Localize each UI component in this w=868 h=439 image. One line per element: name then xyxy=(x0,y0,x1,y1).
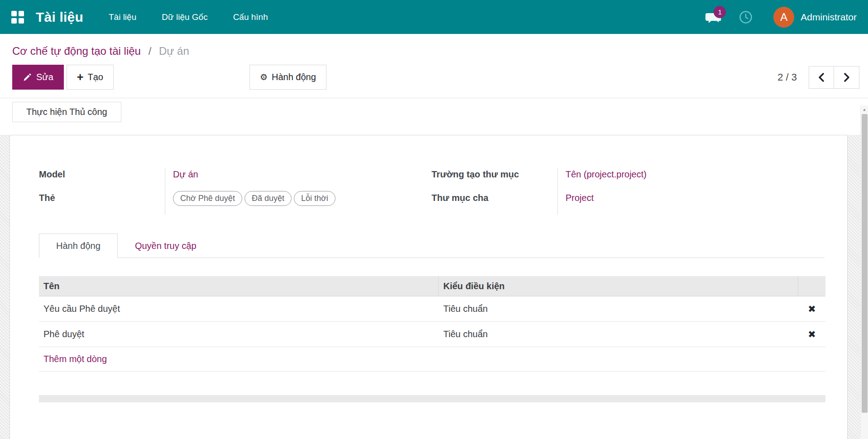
field-values-left: Dự án Chờ Phê duyệt Đã duyệt Lỗi thời xyxy=(165,168,429,215)
breadcrumb-current: Dự án xyxy=(159,45,189,57)
edit-button-label: Sửa xyxy=(36,72,53,82)
row-name-cell[interactable]: Phê duyệt xyxy=(39,329,439,339)
tag-badge[interactable]: Chờ Phê duyệt xyxy=(173,191,242,206)
parent-folder-value[interactable]: Project xyxy=(566,193,594,203)
app-brand[interactable]: Tài liệu xyxy=(36,10,83,25)
action-button[interactable]: ⚙ Hành động xyxy=(249,65,326,90)
tag-badge[interactable]: Đã duyệt xyxy=(245,191,292,206)
tags-field-value: Chờ Phê duyệt Đã duyệt Lỗi thời xyxy=(173,191,336,206)
actions-list: Tên Kiểu điều kiện Yêu cầu Phê duyệt Tiê… xyxy=(39,276,825,372)
tab-quyen-truy-cap[interactable]: Quyền truy cập xyxy=(118,234,214,258)
menu-item-cau-hinh[interactable]: Cấu hình xyxy=(233,12,268,22)
folder-field-value[interactable]: Tên (project.project) xyxy=(566,169,647,180)
tab-hanh-dong[interactable]: Hành động xyxy=(39,234,118,258)
edit-button[interactable]: Sửa xyxy=(12,65,64,90)
scrollbar-up-arrow-icon[interactable]: ▲ xyxy=(861,105,868,114)
model-field-value[interactable]: Dự án xyxy=(173,169,198,180)
main-menu: Tài liệu Dữ liệu Gốc Cấu hình xyxy=(109,12,268,22)
user-name: Administrator xyxy=(801,12,857,23)
model-field-label: Model xyxy=(39,169,65,180)
chevron-right-icon xyxy=(843,72,850,82)
action-button-label: Hành động xyxy=(272,72,316,82)
navbar-right: 1 A Administrator xyxy=(705,7,857,28)
pager-next-button[interactable] xyxy=(834,66,859,89)
field-group-left: Model Thẻ Dự án Chờ Phê duyệt Đã duyệt L… xyxy=(39,168,429,215)
breadcrumb: Cơ chế tự động tạo tài liệu / Dự án xyxy=(0,34,868,57)
scrollbar-thumb[interactable] xyxy=(862,114,868,413)
manual-run-button[interactable]: Thực hiện Thủ công xyxy=(12,102,121,122)
clock-icon xyxy=(739,10,753,24)
column-header-condition-type[interactable]: Kiểu điều kiện xyxy=(439,276,798,296)
parent-folder-label: Thư mục cha xyxy=(432,193,489,203)
row-name-cell[interactable]: Yêu cầu Phê duyệt xyxy=(39,304,439,314)
field-group: Model Thẻ Dự án Chờ Phê duyệt Đã duyệt L… xyxy=(39,168,825,215)
menu-item-du-lieu-goc[interactable]: Dữ liệu Gốc xyxy=(162,12,207,22)
webclient-background: Model Thẻ Dự án Chờ Phê duyệt Đã duyệt L… xyxy=(0,135,868,439)
apps-grid-icon[interactable] xyxy=(11,11,24,24)
apps-grid-square xyxy=(11,18,17,24)
messages-badge: 1 xyxy=(714,6,726,18)
notebook-tabs: Hành động Quyền truy cập xyxy=(39,233,825,258)
apps-grid-square xyxy=(19,18,24,24)
chevron-left-icon xyxy=(818,72,825,82)
delete-row-icon[interactable]: ✖ xyxy=(798,329,825,340)
vertical-scrollbar[interactable]: ▲ xyxy=(860,105,868,439)
field-labels-right: Trường tạo thư mục Thư mục cha xyxy=(432,168,557,215)
activities-clock-icon[interactable] xyxy=(739,10,753,24)
messages-icon[interactable]: 1 xyxy=(705,10,724,25)
create-button-label: Tạo xyxy=(87,72,103,82)
field-values-right: Tên (project.project) Project xyxy=(557,168,825,215)
tag-badge[interactable]: Lỗi thời xyxy=(294,191,336,206)
table-row[interactable]: Phê duyệt Tiêu chuẩn ✖ xyxy=(39,322,825,347)
add-a-line-link[interactable]: Thêm một dòng xyxy=(39,354,107,364)
apps-grid-square xyxy=(11,11,17,16)
plus-icon: + xyxy=(77,72,84,83)
folder-field-label: Trường tạo thư mục xyxy=(432,169,519,180)
top-navbar: Tài liệu Tài liệu Dữ liệu Gốc Cấu hình 1… xyxy=(0,0,868,34)
pager-previous-button[interactable] xyxy=(809,66,834,89)
tags-field-label: Thẻ xyxy=(39,193,55,203)
form-sheet: Model Thẻ Dự án Chờ Phê duyệt Đã duyệt L… xyxy=(10,135,848,439)
avatar: A xyxy=(773,7,794,28)
row-condition-cell[interactable]: Tiêu chuẩn xyxy=(439,329,798,339)
field-group-right: Trường tạo thư mục Thư mục cha Tên (proj… xyxy=(429,168,825,215)
statusbar: Thực hiện Thủ công xyxy=(0,98,868,124)
delete-row-icon[interactable]: ✖ xyxy=(798,304,825,315)
pager-value: 2 / 3 xyxy=(777,72,797,83)
list-header-row: Tên Kiểu điều kiện xyxy=(39,276,825,296)
breadcrumb-parent[interactable]: Cơ chế tự động tạo tài liệu xyxy=(12,45,141,57)
pager: 2 / 3 xyxy=(777,66,859,89)
create-button[interactable]: + Tạo xyxy=(67,65,114,90)
pencil-icon xyxy=(23,73,32,82)
pager-buttons xyxy=(809,66,859,89)
row-condition-cell[interactable]: Tiêu chuẩn xyxy=(439,304,798,314)
add-row-line: Thêm một dòng xyxy=(39,347,825,372)
column-header-name[interactable]: Tên xyxy=(39,276,439,296)
column-header-delete xyxy=(798,276,825,296)
table-row[interactable]: Yêu cầu Phê duyệt Tiêu chuẩn ✖ xyxy=(39,296,825,322)
control-panel-buttons: Sửa + Tạo ⚙ Hành động 2 / 3 xyxy=(0,65,868,90)
list-footer-strip xyxy=(39,395,825,402)
menu-item-tai-lieu[interactable]: Tài liệu xyxy=(109,12,136,22)
gear-icon: ⚙ xyxy=(260,72,268,82)
apps-grid-square xyxy=(19,11,24,16)
breadcrumb-separator: / xyxy=(149,45,152,57)
field-labels-left: Model Thẻ xyxy=(39,168,165,215)
user-menu[interactable]: A Administrator xyxy=(773,7,857,28)
